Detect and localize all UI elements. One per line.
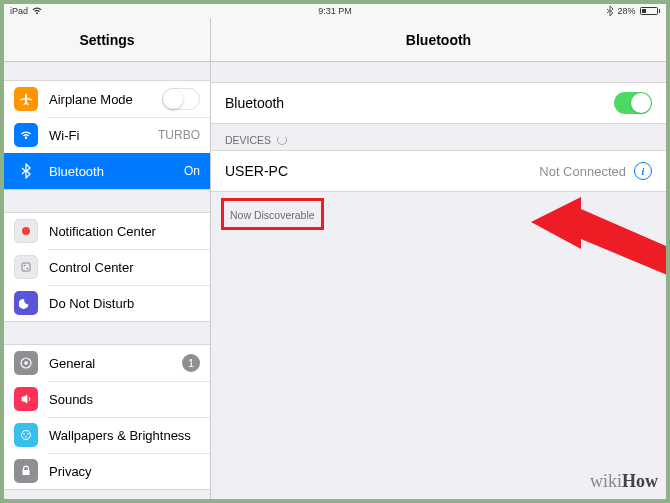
svg-point-8 <box>27 433 29 435</box>
privacy-icon <box>14 459 38 483</box>
sidebar-item-privacy[interactable]: Privacy <box>4 453 210 489</box>
sidebar-item-sounds[interactable]: Sounds <box>4 381 210 417</box>
controlcenter-icon <box>14 255 38 279</box>
sidebar-group-controls: Notification Center Control Center Do No… <box>4 212 210 322</box>
sidebar-item-label: Bluetooth <box>49 164 178 179</box>
toggle-label: Bluetooth <box>225 95 614 111</box>
settings-sidebar: Settings Airplane Mode Wi-Fi TURBO <box>4 18 211 499</box>
bluetooth-status: On <box>184 164 200 178</box>
sidebar-item-wallpapers[interactable]: Wallpapers & Brightness <box>4 417 210 453</box>
wifi-icon <box>32 7 42 15</box>
sidebar-item-label: Do Not Disturb <box>49 296 200 311</box>
sidebar-item-bluetooth[interactable]: Bluetooth On <box>4 153 210 189</box>
sidebar-item-label: Wi-Fi <box>49 128 152 143</box>
dnd-icon <box>14 291 38 315</box>
sidebar-item-airplane[interactable]: Airplane Mode <box>4 81 210 117</box>
clock: 9:31 PM <box>318 6 352 16</box>
sidebar-scroll[interactable]: Airplane Mode Wi-Fi TURBO Bluetooth On <box>4 62 210 499</box>
svg-point-7 <box>23 433 25 435</box>
svg-point-0 <box>22 227 30 235</box>
sidebar-item-label: Sounds <box>49 392 200 407</box>
bluetooth-switch[interactable] <box>614 92 652 114</box>
device-status: Not Connected <box>539 164 626 179</box>
sidebar-title: Settings <box>4 18 210 62</box>
svg-marker-15 <box>531 197 666 339</box>
annotation-arrow <box>531 197 666 367</box>
detail-pane: Bluetooth Bluetooth DEVICES USER-PC Not … <box>211 18 666 499</box>
device-row[interactable]: USER-PC Not Connected i <box>211 151 666 191</box>
highlight-box: Now Discoverable <box>221 198 324 230</box>
svg-point-6 <box>22 431 31 440</box>
sidebar-item-general[interactable]: General 1 <box>4 345 210 381</box>
sidebar-item-label: General <box>49 356 182 371</box>
sidebar-group-connectivity: Airplane Mode Wi-Fi TURBO Bluetooth On <box>4 80 210 190</box>
sidebar-item-dnd[interactable]: Do Not Disturb <box>4 285 210 321</box>
svg-point-2 <box>24 265 26 267</box>
gear-icon <box>14 351 38 375</box>
svg-point-5 <box>24 361 28 365</box>
battery-icon <box>640 7 661 15</box>
sidebar-item-notifications[interactable]: Notification Center <box>4 213 210 249</box>
wifi-icon <box>14 123 38 147</box>
svg-point-3 <box>27 268 29 270</box>
battery-percent: 28% <box>617 6 635 16</box>
airplane-icon <box>14 87 38 111</box>
sidebar-item-label: Privacy <box>49 464 200 479</box>
sidebar-item-label: Wallpapers & Brightness <box>49 428 200 443</box>
discoverable-label: Now Discoverable <box>230 209 315 221</box>
wifi-network-name: TURBO <box>158 128 200 142</box>
devices-header: DEVICES <box>211 124 666 150</box>
device-name: USER-PC <box>225 163 539 179</box>
detail-title: Bluetooth <box>211 18 666 62</box>
bluetooth-toggle-row[interactable]: Bluetooth <box>211 83 666 123</box>
sidebar-item-label: Control Center <box>49 260 200 275</box>
devices-list: USER-PC Not Connected i <box>211 150 666 192</box>
sidebar-group-general: General 1 Sounds Wallpapers & Brightness… <box>4 344 210 490</box>
svg-rect-1 <box>22 263 30 271</box>
wallpapers-icon <box>14 423 38 447</box>
info-icon[interactable]: i <box>634 162 652 180</box>
bluetooth-icon <box>14 159 38 183</box>
sounds-icon <box>14 387 38 411</box>
general-badge: 1 <box>182 354 200 372</box>
bluetooth-status-icon <box>607 6 613 16</box>
sidebar-item-label: Notification Center <box>49 224 200 239</box>
scanning-spinner <box>277 135 287 145</box>
device-name: iPad <box>10 6 28 16</box>
bluetooth-toggle-panel: Bluetooth <box>211 82 666 124</box>
sidebar-item-label: Airplane Mode <box>49 92 162 107</box>
watermark: wikiHow <box>590 471 658 492</box>
sidebar-item-controlcenter[interactable]: Control Center <box>4 249 210 285</box>
svg-point-9 <box>25 436 27 438</box>
notifications-icon <box>14 219 38 243</box>
status-bar: iPad 9:31 PM 28% <box>4 4 666 18</box>
airplane-switch[interactable] <box>162 88 200 110</box>
app-frame: iPad 9:31 PM 28% Settings Airplane Mode <box>4 4 666 499</box>
sidebar-item-wifi[interactable]: Wi-Fi TURBO <box>4 117 210 153</box>
